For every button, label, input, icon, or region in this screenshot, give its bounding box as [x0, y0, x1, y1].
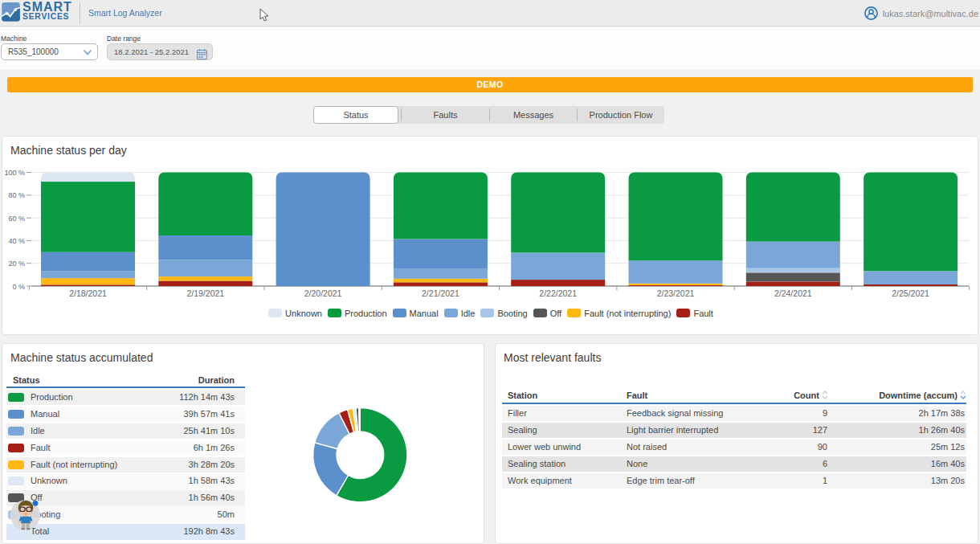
svg-text:60 %: 60 % [8, 215, 25, 223]
svg-text:2/25/2021: 2/25/2021 [892, 288, 929, 298]
svg-text:80 %: 80 % [8, 191, 25, 199]
svg-text:2/20/2021: 2/20/2021 [304, 288, 342, 298]
svg-text:100 %: 100 % [4, 169, 25, 177]
svg-text:2/19/2021: 2/19/2021 [186, 288, 224, 298]
svg-text:40 %: 40 % [8, 237, 25, 245]
svg-text:2/18/2021: 2/18/2021 [69, 288, 107, 298]
svg-text:0 %: 0 % [12, 283, 25, 291]
svg-text:2/23/2021: 2/23/2021 [657, 288, 695, 298]
svg-text:2/21/2021: 2/21/2021 [422, 288, 459, 298]
svg-text:20 %: 20 % [8, 260, 25, 268]
svg-text:2/22/2021: 2/22/2021 [539, 288, 577, 298]
svg-text:2/24/2021: 2/24/2021 [774, 288, 812, 298]
